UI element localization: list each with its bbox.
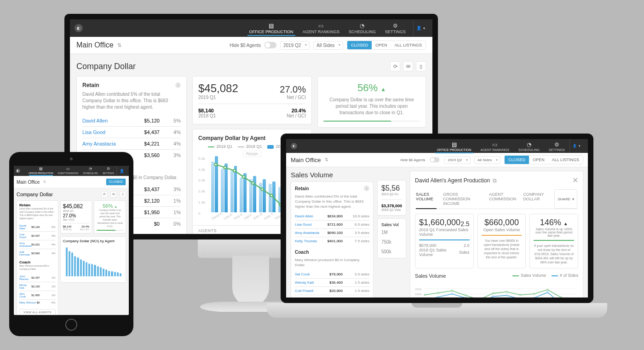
table-row[interactable]: Amy Anastacia$4,2214% bbox=[19, 240, 56, 249]
agent-link[interactable]: Amy Anastacia bbox=[82, 141, 116, 146]
bar[interactable] bbox=[74, 256, 76, 276]
table-row[interactable]: Alex Cook$1,9501% bbox=[19, 291, 56, 299]
info-icon[interactable]: i bbox=[364, 186, 369, 191]
sides-select[interactable]: All Sides bbox=[313, 41, 343, 50]
bar[interactable] bbox=[71, 252, 73, 276]
period-select[interactable]: 2019 Q2 bbox=[444, 156, 471, 164]
user-menu[interactable]: 👤▾ bbox=[413, 19, 428, 37]
sides-select[interactable]: All Sides bbox=[474, 156, 500, 164]
agent-link[interactable]: Lisa Good bbox=[19, 233, 31, 239]
all-listings-button[interactable]: ALL LISTINGS bbox=[391, 41, 426, 49]
table-row[interactable]: Mindy Katt$2,1201% bbox=[19, 282, 56, 291]
agent-link[interactable]: David Allen bbox=[19, 224, 31, 230]
table-row[interactable]: Lisa Good$4,4374% bbox=[82, 126, 181, 138]
bar[interactable] bbox=[88, 263, 90, 276]
table-row[interactable]: David Allen$834,80010.0 sides bbox=[295, 212, 369, 220]
agent-link[interactable]: Lisa Good bbox=[82, 129, 105, 135]
agent-link[interactable]: David Allen bbox=[82, 118, 108, 123]
user-menu[interactable]: 👤 bbox=[116, 166, 127, 176]
brand-logo[interactable]: ◐ bbox=[16, 169, 20, 173]
agent-link[interactable]: John Reeves bbox=[19, 275, 31, 280]
table-row[interactable]: Amy Anastacia$4,2214% bbox=[82, 138, 181, 149]
email-button[interactable]: ✉ bbox=[110, 191, 117, 198]
bar[interactable] bbox=[86, 262, 87, 276]
bar[interactable] bbox=[91, 264, 93, 276]
table-row[interactable]: Kelly Thomas$401,0007.5 sides bbox=[295, 237, 369, 245]
nav-office-production[interactable]: ▤OFFICE PRODUCTION bbox=[432, 139, 476, 153]
bar[interactable] bbox=[97, 266, 99, 276]
bar[interactable] bbox=[108, 271, 110, 276]
office-selector[interactable]: Main Office ⇅ bbox=[76, 41, 121, 49]
agent-link[interactable]: Wendy Katt bbox=[295, 280, 314, 285]
agent-link[interactable]: Lisa Good bbox=[295, 222, 311, 227]
agent-link[interactable]: Sal Cook bbox=[295, 272, 310, 276]
nav-settings[interactable]: ⚙SETTINGS bbox=[380, 20, 410, 36]
office-selector[interactable]: Main Office⇅ bbox=[291, 157, 328, 163]
nav-agent-rankings[interactable]: ▭AGENT RANKINGS bbox=[298, 20, 344, 36]
bar[interactable] bbox=[69, 251, 70, 276]
brand-logo[interactable]: ◐ bbox=[75, 24, 83, 32]
period-select[interactable]: 2019 Q2 bbox=[280, 41, 310, 50]
table-row[interactable]: John Reeves$2,4371% bbox=[19, 274, 56, 282]
bar[interactable] bbox=[105, 269, 107, 276]
report-button[interactable]: ▯ bbox=[416, 61, 426, 71]
table-row[interactable]: Sal Cook$78,0002.0 sides bbox=[295, 270, 369, 278]
table-row[interactable]: David Allen$5,1205% bbox=[82, 115, 181, 126]
closed-button[interactable]: CLOSED bbox=[106, 179, 126, 185]
brand-logo[interactable]: ◐ bbox=[291, 143, 297, 149]
info-icon[interactable]: i bbox=[175, 82, 181, 88]
agent-link[interactable]: Reynolds Carol bbox=[295, 297, 320, 298]
bar[interactable] bbox=[80, 259, 82, 276]
bar[interactable] bbox=[103, 268, 104, 276]
nav-scheduling[interactable]: ◔SCHEDULING bbox=[344, 20, 380, 36]
nav-office-production[interactable]: ▤OFFICE PRODUCTION bbox=[245, 20, 298, 36]
office-selector[interactable]: Main Office⇅ bbox=[17, 180, 46, 185]
hide-zero-toggle[interactable] bbox=[430, 157, 440, 162]
table-row[interactable]: Lisa Good$4,4374% bbox=[19, 231, 56, 240]
nav-agent-rankings[interactable]: ▭AGENT RANKINGS bbox=[476, 139, 514, 153]
report-button[interactable]: ▯ bbox=[120, 191, 126, 198]
table-row[interactable]: Lisa Good$721,6006.0 sides bbox=[295, 220, 369, 228]
email-button[interactable]: ✉ bbox=[403, 61, 413, 71]
history-button[interactable]: ⟳ bbox=[101, 191, 108, 198]
tab-agent-commission[interactable]: AGENT COMMISSION bbox=[489, 189, 517, 209]
home-button[interactable] bbox=[65, 319, 77, 331]
bar[interactable] bbox=[114, 272, 116, 276]
bar[interactable] bbox=[100, 267, 102, 276]
closed-button[interactable]: CLOSED bbox=[347, 41, 372, 49]
bar[interactable] bbox=[94, 265, 96, 276]
table-row[interactable]: Colt Powell$20,8001.5 sides bbox=[295, 286, 369, 295]
table-row[interactable]: Amy Anastacia$690,1003.5 sides bbox=[295, 228, 369, 237]
open-button[interactable]: OPEN bbox=[529, 156, 548, 164]
table-row[interactable]: David Allen$5,1205% bbox=[19, 223, 56, 231]
tab-sales-volume[interactable]: SALES VOLUME bbox=[416, 189, 437, 209]
agent-link[interactable]: David Allen bbox=[295, 214, 313, 218]
agent-link[interactable]: Gail Finnman bbox=[19, 251, 31, 256]
history-button[interactable]: ⟳ bbox=[390, 61, 400, 71]
close-icon[interactable]: ✕ bbox=[572, 176, 578, 185]
table-row[interactable]: Gail Finnman$3,5603% bbox=[19, 249, 56, 257]
tab-company-dollar[interactable]: COMPANY DOLLAR bbox=[523, 189, 548, 209]
agent-link[interactable]: Alex Cook bbox=[19, 292, 31, 298]
nav-agent-rankings[interactable]: ▭AGENT RANKINGS bbox=[56, 166, 81, 176]
user-menu[interactable]: 👤▾ bbox=[569, 139, 583, 153]
agent-link[interactable]: Colt Powell bbox=[295, 289, 313, 293]
table-row[interactable]: Mary Winston$00% bbox=[19, 299, 56, 305]
tab-gci[interactable]: GROSS COMMISSION INCOME bbox=[443, 189, 483, 209]
nav-office-production[interactable]: ▤OFFICE PRODUCTION bbox=[26, 166, 55, 176]
bar[interactable] bbox=[66, 247, 68, 276]
agent-link[interactable]: Kelly Thomas bbox=[295, 239, 317, 243]
nav-scheduling[interactable]: ◔SCHEDULING bbox=[514, 139, 544, 153]
table-row[interactable]: Reynolds Carol$00 sides bbox=[295, 295, 369, 298]
hide-zero-toggle[interactable] bbox=[264, 42, 276, 48]
nav-scheduling[interactable]: ◔SCHEDULING bbox=[80, 166, 100, 176]
agent-link[interactable]: Mindy Katt bbox=[19, 284, 31, 289]
all-listings-button[interactable]: ALL LISTINGS bbox=[548, 156, 583, 164]
external-link-icon[interactable]: ⧉ bbox=[493, 177, 497, 184]
open-button[interactable]: OPEN bbox=[372, 41, 391, 49]
nav-settings[interactable]: ⚙SETTINGS bbox=[100, 166, 116, 176]
nav-settings[interactable]: ⚙SETTINGS bbox=[544, 139, 569, 153]
view-all-agents-button[interactable]: VIEW ALL AGENTS bbox=[19, 309, 56, 315]
share-button[interactable]: SHARE▾ bbox=[554, 189, 577, 209]
table-row[interactable]: Wendy Katt$36,4001.5 sides bbox=[295, 278, 369, 286]
